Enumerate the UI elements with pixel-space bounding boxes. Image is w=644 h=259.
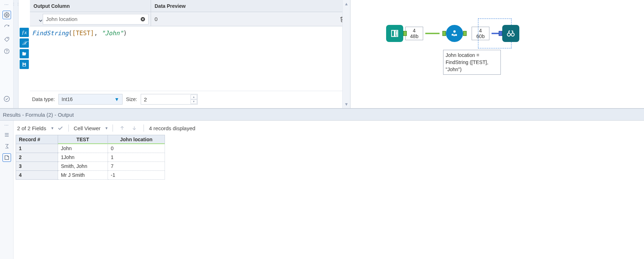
svg-point-1 [7,38,8,38]
table-row[interactable]: 2 1John 1 [16,153,165,162]
cell-viewer-label[interactable]: Cell Viewer [74,125,101,131]
col-record[interactable]: Record # [16,135,58,144]
fields-check-icon[interactable] [57,125,63,131]
arrow-down-icon[interactable] [130,125,139,131]
variable-x-button[interactable]: 𝒳 [20,38,29,48]
results-main: 2 of 2 Fields ▾ Cell Viewer ▾ 4 records … [14,121,644,259]
scroll-down-icon[interactable]: ▼ [344,100,349,108]
svg-point-11 [454,31,455,32]
table-row[interactable]: 1 John 0 [16,144,165,153]
metadata-icon[interactable] [2,153,11,162]
results-table: Record # TEST John location 1 John 0 2 1… [16,135,165,180]
records-displayed: 4 records displayed [149,125,195,131]
results-title: Results - Formula (2) - Output [3,112,74,118]
check-circle-icon[interactable] [2,95,11,103]
svg-point-10 [396,35,397,35]
toolbar-separator [68,125,69,132]
cell-record: 1 [16,144,58,153]
fx-button[interactable]: ƒx [20,28,29,37]
gear-icon[interactable] [2,11,11,19]
folder-open-icon[interactable] [20,49,29,58]
results-toolbar: 2 of 2 Fields ▾ Cell Viewer ▾ 4 records … [16,122,644,134]
table-row[interactable]: 4 Mr J Smith -1 [16,171,165,180]
results-titlebar: Results - Formula (2) - Output [0,109,644,121]
svg-point-9 [396,33,397,34]
datatype-label: Data type: [32,96,55,102]
cell-loc: 1 [108,153,165,162]
cell-record: 3 [16,162,58,171]
output-column-input-wrap [30,12,151,26]
clear-input-icon[interactable] [139,16,146,23]
toolbar-separator [144,125,144,132]
cell-loc: 0 [108,144,165,153]
cell-test: Smith, John [58,162,108,171]
text-input-tool-icon[interactable] [386,25,403,42]
formula-editor[interactable]: FindString([TEST], "John") [30,26,350,91]
formula-func: FindString [32,30,68,37]
browse-tool-icon[interactable] [502,25,519,42]
connection-line-1 [425,33,440,34]
formula-field: [TEST] [72,30,94,37]
table-header-row: Record # TEST John location [16,135,165,144]
fields-summary[interactable]: 2 of 2 Fields [17,125,46,131]
cell-loc: -1 [108,171,165,180]
datatype-select[interactable]: Int16 ▼ [58,94,123,105]
sigma-icon[interactable] [2,142,11,150]
datatype-value: Int16 [62,96,73,102]
cell-record: 4 [16,171,58,180]
data-preview-cell: 0 [151,12,350,26]
toolbar-separator [113,125,113,132]
svg-point-0 [6,14,7,16]
header-output-column: Output Column [30,0,151,12]
table-row[interactable]: 3 Smith, John 7 [16,162,165,171]
results-area: ⋯ 2 of 2 Fields ▾ Cell Viewer ▾ [0,121,644,259]
list-icon[interactable] [2,131,11,139]
header-data-preview: Data Preview [151,0,350,12]
top-area: ⋯ ⋮⋮ ƒx 𝒳 [0,0,644,109]
workflow-canvas[interactable]: 4 48b 4 60b John location = FindSt [350,0,644,108]
formula-comma: , [94,30,101,37]
dropdown-caret-icon: ▼ [114,96,119,102]
size-step-up[interactable]: ▲ [191,95,197,99]
save-disk-icon[interactable] [20,60,29,69]
config-main: Output Column Data Preview 0 [30,0,350,108]
col-test[interactable]: TEST [58,135,108,144]
cellviewer-caret-icon[interactable]: ▾ [105,126,108,131]
svg-point-3 [6,52,7,53]
config-headers: Output Column Data Preview [30,0,350,12]
cell-test: John [58,144,108,153]
formula-close: ) [123,30,127,37]
connection-label-1: 4 48b [405,27,423,40]
tag-icon[interactable] [2,35,11,43]
size-input[interactable] [141,94,198,105]
formula-tool-icon[interactable] [446,25,463,42]
size-step-down[interactable]: ▼ [191,99,197,104]
col-loc[interactable]: John location [108,135,165,144]
cell-test: Mr J Smith [58,171,108,180]
formula-config-panel: ⋮⋮ ƒx 𝒳 Output Column Data Preview [14,0,350,108]
conn1-top: 4 [413,28,416,33]
drag-dots: ⋯ [4,2,9,7]
formula-open: ( [68,30,72,37]
conn1-bottom: 48b [410,33,418,39]
cell-record: 2 [16,153,58,162]
output-column-input[interactable] [43,14,149,25]
results-icon-rail: ⋯ [0,121,14,259]
scroll-up-icon[interactable]: ▲ [344,0,349,8]
refresh-icon[interactable] [2,23,11,31]
output-row: 0 [30,12,350,26]
workflow-nodes: 4 48b 4 60b [386,25,519,42]
arrow-up-icon[interactable] [118,125,126,131]
editor-toolstrip: ƒx 𝒳 [19,13,30,108]
svg-point-12 [452,34,453,35]
svg-rect-6 [23,65,25,66]
fields-caret-icon[interactable]: ▾ [51,126,53,131]
svg-point-8 [396,32,397,32]
svg-rect-5 [24,63,25,64]
help-icon[interactable] [2,47,11,56]
svg-point-14 [507,33,510,36]
datatype-row: Data type: Int16 ▼ Size: ▲ ▼ [30,91,350,108]
formula-string: "John" [102,30,123,37]
config-vertical-scrollbar[interactable]: ▲ ▼ [342,0,350,108]
panel-gutter[interactable]: ⋮⋮ [14,0,19,108]
